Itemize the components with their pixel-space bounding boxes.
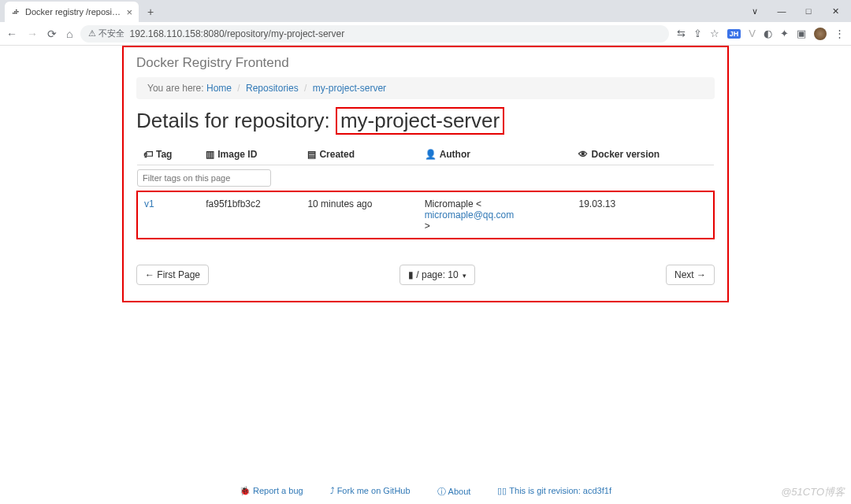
app-brand: Docker Registry Frontend [136,50,715,77]
dark-mode-icon[interactable]: ◐ [764,28,772,39]
table-row: v1 fa95f1bfb3c2 10 minutes ago Micromapl… [137,191,714,239]
url-field[interactable]: 不安全 192.168.110.158:8080/repository/my-p… [80,25,668,43]
col-image-id: ▥Image ID [199,144,301,165]
about-link[interactable]: ⓘAbout [437,486,471,498]
book-icon: ▮ [408,269,414,280]
breadcrumb-current[interactable]: my-project-server [313,83,386,94]
data-rows: v1 fa95f1bfb3c2 10 minutes ago Micromapl… [137,191,714,239]
eye-icon: 👁 [578,149,588,160]
nav-back[interactable]: ← [6,28,17,40]
cell-image-id: fa95f1bfb3c2 [199,191,301,239]
translate-icon[interactable]: ⇆ [677,28,686,39]
profile-avatar[interactable] [814,28,827,40]
col-tag: 🏷Tag [137,144,199,165]
breadcrumb-here: You are here: [147,83,204,94]
cell-docker-version: 19.03.13 [572,191,714,239]
first-page-button[interactable]: ← First Page [136,265,209,285]
page-title-prefix: Details for repository: [136,109,330,132]
page-viewport: Docker Registry Frontend You are here: H… [0,46,851,504]
v-extension-icon[interactable]: V [749,28,756,39]
address-bar: ← → ⟳ ⌂ 不安全 192.168.110.158:8080/reposit… [0,22,851,46]
window-close[interactable]: ✕ [823,3,848,19]
docker-icon [11,7,20,17]
breadcrumb-sep: / [234,83,243,94]
security-warning: 不安全 [88,28,124,39]
bug-icon: 🐞 [240,486,251,495]
extension-icons: ⇆ ⇪ ☆ JH V ◐ ✦ ▣ ⋮ [677,28,845,40]
window-maximize[interactable]: □ [796,3,821,19]
tab-bar: Docker registry /repository/m × + [0,0,851,22]
tag-icon: 🏷 [143,149,153,160]
fork-github-link[interactable]: ⤴Fork me on GitHub [330,486,411,498]
nav-forward[interactable]: → [27,28,38,40]
user-icon: 👤 [425,149,437,160]
info-icon: ⓘ [437,487,446,496]
cell-created: 10 minutes ago [301,191,418,239]
window-minimize[interactable]: — [769,3,794,19]
fork-icon: ⤴ [330,486,335,495]
new-tab-button[interactable]: + [142,3,159,20]
chevron-down-icon: ▾ [463,272,466,280]
tab-title: Docker registry /repository/m [25,7,121,17]
breadcrumb-home[interactable]: Home [206,83,232,94]
col-docker-version: 👁Docker version [572,144,714,165]
breadcrumb: You are here: Home / Repositories / my-p… [136,77,715,99]
panel-icon[interactable]: ▣ [797,28,806,39]
browser-menu-icon[interactable]: ⋮ [834,28,845,39]
window-controls: ∨ — □ ✕ [742,3,848,19]
filter-input[interactable] [137,169,271,187]
star-icon[interactable]: ☆ [710,28,719,39]
main-panel: Docker Registry Frontend You are here: H… [122,46,729,302]
tag-link[interactable]: v1 [144,198,154,209]
extensions-icon[interactable]: ✦ [780,28,789,39]
col-author: 👤Author [418,144,573,165]
pager: ← First Page ▮ / page: 10 ▾ Next → [136,265,715,285]
jh-extension-icon[interactable]: JH [727,29,741,39]
page-title: Details for repository: my-project-serve… [136,107,715,135]
nav-reload[interactable]: ⟳ [47,28,57,40]
author-email-link[interactable]: micromaple@qq.com [425,209,515,220]
calendar-icon: ▤ [307,149,316,160]
tab-close-icon[interactable]: × [126,6,132,18]
next-page-button[interactable]: Next → [666,265,715,285]
share-icon[interactable]: ⇪ [693,28,702,39]
watermark: @51CTO博客 [781,485,845,499]
breadcrumb-repositories[interactable]: Repositories [246,83,299,94]
report-bug-link[interactable]: 🐞Report a bug [240,486,303,498]
per-page-dropdown[interactable]: ▮ / page: 10 ▾ [399,265,475,285]
browser-tab[interactable]: Docker registry /repository/m × [5,2,139,22]
footer: 🐞Report a bug ⤴Fork me on GitHub ⓘAbout … [0,486,851,498]
nav-home[interactable]: ⌂ [66,28,72,40]
git-revision-link[interactable]: ▯▯This is git revision: acd3f1f [497,486,611,498]
col-created: ▤Created [301,144,418,165]
barcode-icon: ▥ [206,149,214,160]
cell-author: Micromaple < micromaple@qq.com > [418,191,573,239]
breadcrumb-sep: / [301,83,310,94]
url-text: 192.168.110.158:8080/repository/my-proje… [129,28,344,39]
git-icon: ▯▯ [497,486,507,495]
repo-name-highlight: my-project-server [336,107,504,135]
tags-table: 🏷Tag ▥Image ID ▤Created 👤Author 👁Docker … [136,144,715,239]
window-minimize[interactable]: ∨ [742,3,767,19]
